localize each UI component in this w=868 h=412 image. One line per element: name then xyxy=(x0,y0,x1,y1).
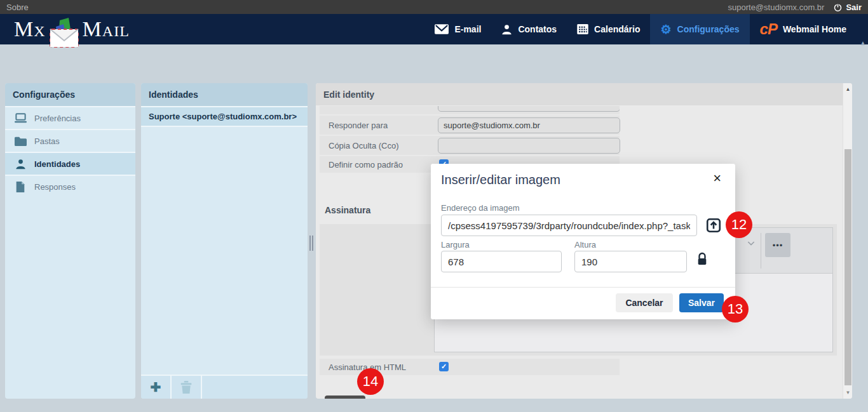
sidebar-label-identidades: Identidades xyxy=(34,159,80,169)
panel-scrollbar[interactable]: ▲ ▼ xyxy=(843,83,852,399)
navbar: Mx Mail E-mail xyxy=(0,14,868,44)
cancel-button[interactable]: Cancelar xyxy=(616,293,673,312)
sidebar-item-responses[interactable]: Responses xyxy=(5,175,135,197)
identities-panel: Identidades Suporte <suporte@studiomx.co… xyxy=(141,83,308,399)
step-badge-14: 14 xyxy=(357,368,384,395)
insert-image-dialog: Inserir/editar imagem × Endereço da imag… xyxy=(431,164,735,319)
toolbar-divider xyxy=(761,233,761,269)
cpanel-logo: cP xyxy=(760,20,777,38)
nav-label-contatos: Contatos xyxy=(518,24,557,34)
monitor-icon xyxy=(14,113,27,123)
sidebar-item-identidades[interactable]: Identidades xyxy=(5,152,135,175)
identities-footer: ✚ xyxy=(141,375,308,399)
form-row-reply-to: Responder para xyxy=(320,116,620,135)
upload-image-button[interactable] xyxy=(705,216,723,234)
envelope-logo-icon xyxy=(47,17,81,50)
person-icon xyxy=(14,159,27,169)
dialog-title: Inserir/editar imagem xyxy=(441,173,560,187)
settings-sidebar: Configurações Preferências Pastas Identi… xyxy=(5,83,135,399)
form-row-partial xyxy=(320,106,620,114)
nav-items: E-mail Contatos Calendário ⚙ Configuraçõ… xyxy=(424,14,857,44)
about-link[interactable]: Sobre xyxy=(6,3,29,12)
splitter-grip[interactable] xyxy=(309,236,314,251)
sidebar-label-preferencias: Preferências xyxy=(34,114,81,123)
default-label: Definir como padrão xyxy=(329,160,403,169)
bcc-input[interactable] xyxy=(438,138,620,154)
height-input[interactable] xyxy=(574,251,687,272)
gear-icon: ⚙ xyxy=(660,23,671,36)
bcc-label: Cópia Oculta (Cco) xyxy=(329,141,399,150)
nav-label-webmail-home: Webmail Home xyxy=(783,24,846,34)
more-tools-button[interactable]: ••• xyxy=(765,233,790,257)
image-url-input[interactable] xyxy=(441,215,697,236)
person-icon xyxy=(501,24,512,35)
topbar: Sobre suporte@studiomx.com.br Sair xyxy=(0,0,868,14)
trash-icon xyxy=(180,381,192,394)
scrollbar-up-arrow[interactable]: ▲ xyxy=(843,84,852,94)
identities-panel-title: Identidades xyxy=(141,83,308,106)
user-email: suporte@studiomx.com.br xyxy=(728,3,825,12)
nav-item-configuracoes[interactable]: ⚙ Configurações xyxy=(650,14,749,44)
power-icon xyxy=(833,3,843,12)
sidebar-item-preferencias[interactable]: Preferências xyxy=(5,106,135,129)
scrollbar-down-arrow[interactable]: ▼ xyxy=(843,388,852,397)
sidebar-label-responses: Responses xyxy=(34,182,76,192)
height-label: Altura xyxy=(574,240,596,249)
lock-ratio-icon[interactable] xyxy=(696,252,708,266)
nav-item-webmail-home[interactable]: cP Webmail Home xyxy=(750,14,857,44)
width-label: Largura xyxy=(441,240,470,249)
form-row-bcc: Cópia Oculta (Cco) xyxy=(320,136,620,155)
width-input[interactable] xyxy=(441,251,562,272)
dialog-save-button[interactable]: Salvar xyxy=(679,293,724,312)
delete-identity-button[interactable] xyxy=(172,376,202,399)
nav-item-contatos[interactable]: Contatos xyxy=(491,14,567,44)
logo-text-mail: Mail xyxy=(83,17,130,41)
step-badge-12: 12 xyxy=(726,211,752,238)
dialog-divider xyxy=(431,287,735,288)
step-badge-13: 13 xyxy=(722,296,749,322)
app-logo: Mx Mail xyxy=(14,13,130,46)
save-identity-button[interactable]: Salvar xyxy=(325,395,365,399)
html-signature-checkbox[interactable]: ✓ xyxy=(439,362,449,371)
nav-label-email: E-mail xyxy=(454,24,481,34)
settings-sidebar-title: Configurações xyxy=(5,83,135,106)
logo-text-mx: Mx xyxy=(14,17,46,41)
nav-item-calendario[interactable]: Calendário xyxy=(567,14,650,44)
signature-section-heading: Assinatura xyxy=(325,205,370,215)
panel-splitter xyxy=(308,83,316,399)
logout-button[interactable]: Sair xyxy=(833,3,862,12)
identity-list-item[interactable]: Suporte <suporte@studiomx.com.br> xyxy=(141,106,308,127)
logout-label: Sair xyxy=(846,3,862,12)
folder-icon xyxy=(14,136,27,146)
chevron-down-icon[interactable] xyxy=(746,238,756,248)
calendar-icon xyxy=(577,24,588,34)
plus-icon: ✚ xyxy=(151,380,161,395)
nav-label-configuracoes: Configurações xyxy=(677,24,740,34)
scrollbar-thumb[interactable] xyxy=(844,149,851,385)
scroll-up-caret-icon[interactable]: ▲ xyxy=(860,39,866,46)
nav-item-email[interactable]: E-mail xyxy=(424,14,491,44)
nav-label-calendario: Calendário xyxy=(594,24,640,34)
sidebar-label-pastas: Pastas xyxy=(34,136,60,146)
webmail-app: Sobre suporte@studiomx.com.br Sair Mx xyxy=(0,0,868,412)
file-icon xyxy=(14,182,27,192)
reply-to-input[interactable] xyxy=(438,117,620,133)
close-icon[interactable]: × xyxy=(713,171,721,185)
partial-input[interactable] xyxy=(438,106,620,112)
reply-to-label: Responder para xyxy=(329,121,388,130)
sidebar-item-pastas[interactable]: Pastas xyxy=(5,129,135,152)
envelope-icon xyxy=(435,24,449,34)
image-url-label: Endereço da imagem xyxy=(441,203,520,213)
edit-identity-title: Edit identity xyxy=(316,83,852,105)
add-identity-button[interactable]: ✚ xyxy=(141,376,172,399)
